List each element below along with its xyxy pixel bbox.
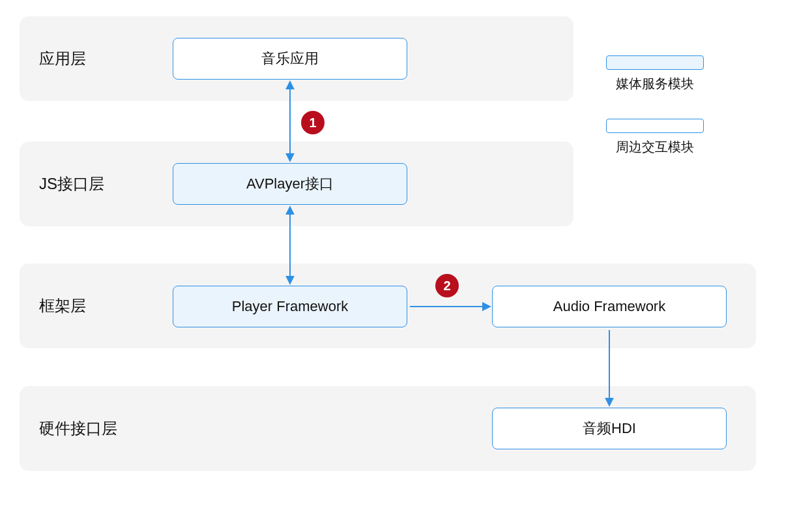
box-music-app-label: 音乐应用 <box>261 49 319 68</box>
step-badge-2-label: 2 <box>443 279 450 294</box>
box-audio-hdi-label: 音频HDI <box>583 419 636 438</box>
box-player-framework: Player Framework <box>173 286 407 327</box>
box-avplayer-api: AVPlayer接口 <box>173 163 407 205</box>
box-player-framework-label: Player Framework <box>232 298 348 315</box>
layer-app-title: 应用层 <box>39 48 86 69</box>
box-audio-hdi: 音频HDI <box>492 408 727 449</box>
step-badge-1-label: 1 <box>309 115 316 130</box>
step-badge-1: 1 <box>301 111 325 134</box>
box-audio-framework-label: Audio Framework <box>553 298 665 315</box>
box-music-app: 音乐应用 <box>173 38 407 80</box>
box-avplayer-api-label: AVPlayer接口 <box>246 174 334 194</box>
step-badge-2: 2 <box>435 274 459 297</box>
layer-fw-title: 框架层 <box>39 295 86 316</box>
legend-text-media: 媒体服务模块 <box>606 75 704 93</box>
legend: 媒体服务模块 周边交互模块 <box>606 55 704 182</box>
legend-swatch-peripheral <box>606 119 704 133</box>
legend-swatch-media <box>606 55 704 70</box>
legend-item-peripheral: 周边交互模块 <box>606 119 704 156</box>
layer-js-title: JS接口层 <box>39 173 104 194</box>
box-audio-framework: Audio Framework <box>492 286 727 327</box>
legend-item-media: 媒体服务模块 <box>606 55 704 93</box>
layer-hw-title: 硬件接口层 <box>39 418 117 439</box>
legend-text-peripheral: 周边交互模块 <box>606 138 704 156</box>
